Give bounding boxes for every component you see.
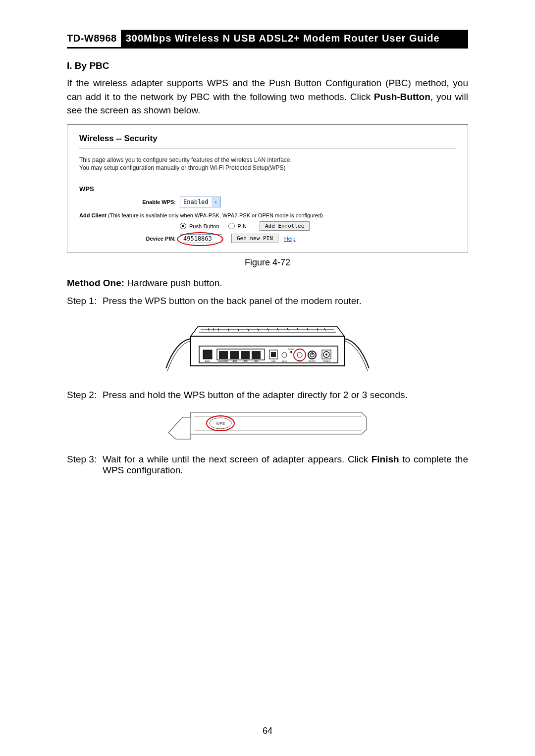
device-pin-label: Device PIN: [79, 236, 180, 242]
svg-point-35 [325, 353, 327, 355]
step-2-text: Press and hold the WPS button of the ada… [103, 390, 468, 401]
screenshot-title: Wireless -- Security [79, 134, 456, 144]
page-number: 64 [0, 726, 535, 736]
method-one-line: Method One: Hardware push button. [67, 278, 468, 289]
method-one-bold: Method One: [67, 278, 124, 288]
desc-line-1: This page allows you to configure securi… [79, 156, 292, 163]
port-label-lan4: LAN4/WAN [218, 360, 228, 362]
intro-paragraph: If the wireless adapter supports WPS and… [67, 76, 468, 117]
port-label-lan1: LAN1 [254, 360, 259, 362]
step-3-label: Step 3: [67, 454, 103, 476]
port-label-adsl: ADSL [205, 360, 211, 362]
enable-wps-label: Enable WPS: [79, 199, 180, 205]
port-label-wps: WPS [297, 360, 302, 362]
step-1: Step 1: Press the WPS button on the back… [67, 296, 468, 306]
adapter-diagram: WPS [67, 405, 468, 445]
pin-radio[interactable] [228, 223, 235, 229]
port-label-lan3: LAN3 [232, 360, 237, 362]
port-label-lan2: LAN2 [243, 360, 248, 362]
port-label-wifi: Wi-Fi [282, 360, 286, 362]
help-link[interactable]: Help [284, 236, 296, 242]
svg-rect-24 [252, 351, 261, 359]
svg-rect-21 [219, 351, 228, 359]
step-1-text: Press the WPS button on the back panel o… [103, 296, 468, 306]
device-pin-input[interactable] [180, 234, 221, 243]
step-2-label: Step 2: [67, 390, 103, 401]
figure-caption: Figure 4-72 [67, 257, 468, 268]
add-client-rest: (This feature is available only when WPA… [107, 212, 323, 218]
adapter-wps-label: WPS [216, 421, 225, 426]
add-client-bold: Add Client [79, 212, 107, 218]
enable-wps-dropdown[interactable]: Enabled ▾ [180, 197, 221, 207]
push-button-radio-label: Push-Button [189, 223, 219, 229]
radio-row: Push-Button PIN Add Enrollee [180, 221, 456, 231]
svg-rect-22 [230, 351, 239, 359]
pin-radio-label: PIN [238, 223, 247, 229]
step-3: Step 3: Wait for a while until the next … [67, 454, 468, 476]
router-back-panel-diagram: ADSL LAN4/WAN LAN3 LAN2 LAN1 USB Wi-Fi R… [67, 311, 468, 381]
enable-wps-value: Enabled [183, 199, 209, 205]
step-3-text: Wait for a while until the next screen o… [103, 454, 468, 476]
add-enrollee-button[interactable]: Add Enrollee [260, 221, 310, 231]
svg-rect-26 [271, 352, 276, 357]
svg-point-29 [297, 353, 302, 357]
step-1-label: Step 1: [67, 296, 103, 306]
svg-point-27 [282, 353, 287, 357]
intro-text-bold: Push-Button [374, 92, 430, 102]
model-number: TD-W8968 [67, 30, 121, 47]
port-label-usb: USB [271, 360, 276, 362]
port-label-onoff: ON/OFF [308, 360, 316, 362]
wps-heading: WPS [79, 185, 456, 193]
svg-point-28 [290, 351, 292, 353]
gen-new-pin-button[interactable]: Gen new PIN [231, 234, 278, 243]
step-3-pre: Wait for a while until the next screen o… [103, 454, 372, 464]
step-2: Step 2: Press and hold the WPS button of… [67, 390, 468, 401]
svg-rect-23 [241, 351, 250, 359]
svg-rect-19 [203, 350, 212, 359]
method-one-rest: Hardware push button. [124, 278, 222, 288]
doc-title: 300Mbps Wireless N USB ADSL2+ Modem Rout… [121, 30, 468, 47]
wireless-security-screenshot: Wireless -- Security This page allows yo… [67, 124, 468, 253]
section-heading-by-pbc: I. By PBC [67, 60, 468, 71]
port-label-power: POWER [322, 360, 330, 362]
chevron-down-icon: ▾ [212, 197, 220, 207]
screenshot-description: This page allows you to configure securi… [79, 156, 456, 173]
doc-header: TD-W8968 300Mbps Wireless N USB ADSL2+ M… [67, 30, 468, 49]
port-label-reset: RESET [288, 349, 295, 351]
push-button-radio[interactable] [180, 223, 186, 229]
step-3-bold: Finish [372, 454, 399, 464]
add-client-line: Add Client (This feature is available on… [79, 212, 456, 218]
desc-line-2: You may setup configuration manually or … [79, 164, 285, 171]
device-pin-row: Device PIN: Gen new PIN Help [79, 234, 456, 243]
divider [79, 149, 456, 149]
enable-wps-row: Enable WPS: Enabled ▾ [79, 197, 456, 207]
